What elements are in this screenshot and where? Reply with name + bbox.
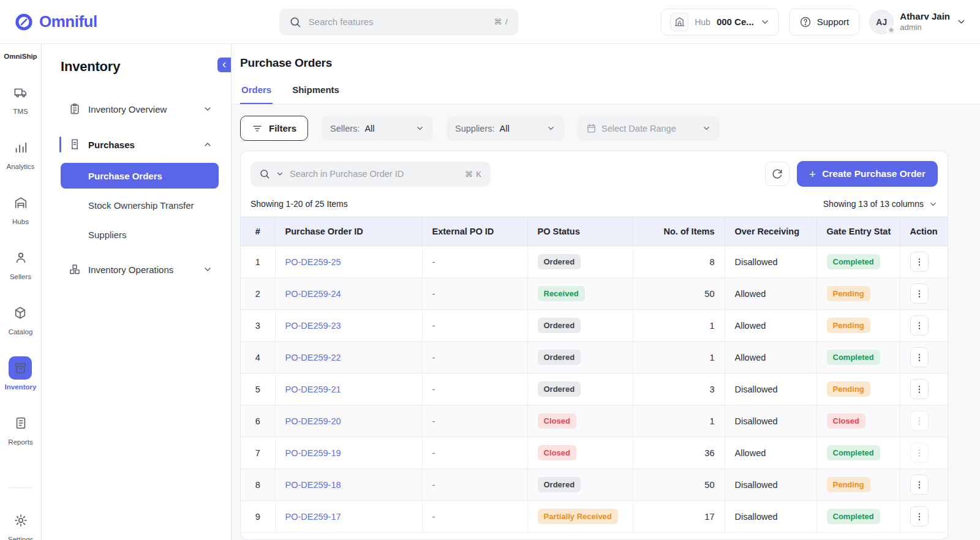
purchase-order-link[interactable]: PO-DE259-21 — [285, 384, 341, 394]
row-actions-kebab-icon[interactable] — [910, 315, 929, 336]
chevron-up-icon — [203, 140, 213, 149]
app-window: Omniful Search features ⌘ / Hub 000 Ce..… — [0, 0, 980, 540]
create-purchase-order-button[interactable]: + Create Purchase Order — [797, 161, 938, 187]
po-status-badge: Ordered — [538, 477, 581, 492]
col-header-index[interactable]: # — [241, 217, 275, 246]
user-menu[interactable]: AJ Atharv Jain admin — [869, 10, 967, 34]
no-of-items: 1 — [633, 342, 725, 373]
tab-shipments[interactable]: Shipments — [291, 84, 341, 104]
tab-orders[interactable]: Orders — [240, 84, 273, 104]
sidebar-item-inventory-operations[interactable]: Inventory Operations — [61, 256, 219, 283]
sellers-dropdown[interactable]: Sellers: All — [322, 116, 433, 141]
col-header-over-receiving[interactable]: Over Receiving — [725, 217, 816, 246]
brand-logo[interactable]: Omniful — [13, 12, 136, 32]
row-index: 8 — [241, 469, 275, 501]
external-po-id: - — [422, 278, 527, 310]
rail-item-settings[interactable]: Settings — [8, 509, 34, 540]
rail-item-analytics[interactable]: Analytics — [6, 136, 34, 170]
col-header-external-po-id[interactable]: External PO ID — [422, 217, 527, 246]
sidebar-item-purchase-orders[interactable]: Purchase Orders — [61, 163, 219, 189]
rail-item-catalog[interactable]: Catalog — [9, 301, 33, 336]
over-receiving: Disallowed — [725, 501, 816, 533]
refresh-button[interactable] — [765, 162, 790, 186]
support-button[interactable]: Support — [789, 9, 860, 36]
po-status-badge: Ordered — [538, 254, 581, 269]
hub-selector[interactable]: Hub 000 Ce... — [661, 9, 779, 36]
gate-entry-status-badge: Completed — [827, 445, 880, 460]
items-summary: Showing 1-20 of 25 Items — [251, 199, 348, 209]
sidebar-collapse-button[interactable] — [217, 58, 231, 72]
po-status-badge: Ordered — [538, 381, 581, 397]
cube-icon — [13, 306, 27, 320]
row-index: 7 — [241, 437, 275, 469]
purchase-order-link[interactable]: PO-DE259-25 — [285, 257, 341, 267]
row-actions-kebab-icon[interactable] — [910, 252, 929, 272]
row-actions-kebab-icon[interactable] — [910, 411, 929, 431]
document-icon — [14, 416, 28, 430]
purchase-order-link[interactable]: PO-DE259-22 — [285, 353, 341, 362]
search-scope-chevron-icon[interactable] — [276, 170, 284, 178]
chevron-down-icon — [203, 264, 213, 274]
tab-bar: Orders Shipments — [240, 84, 970, 104]
rail-label: Inventory — [5, 383, 37, 391]
rail-label: Reports — [8, 438, 32, 446]
rail-item-tms[interactable]: TMS — [9, 81, 32, 115]
refresh-icon — [772, 168, 783, 179]
suppliers-dropdown[interactable]: Suppliers: All — [447, 116, 564, 141]
filter-icon — [252, 123, 263, 134]
columns-summary-dropdown[interactable]: Showing 13 of 13 columns — [823, 199, 938, 209]
rail-item-hubs[interactable]: Hubs — [9, 191, 32, 225]
rail-label: Analytics — [6, 163, 34, 170]
chevron-down-icon — [956, 17, 967, 27]
rail-label: Catalog — [9, 328, 33, 336]
purchase-order-link[interactable]: PO-DE259-20 — [285, 416, 341, 426]
external-po-id: - — [422, 469, 527, 501]
filters-button-label: Filters — [269, 123, 296, 133]
row-actions-kebab-icon[interactable] — [910, 474, 929, 495]
sidebar-item-inventory-overview[interactable]: Inventory Overview — [61, 96, 219, 122]
row-actions-kebab-icon[interactable] — [910, 443, 929, 463]
plus-icon: + — [809, 168, 816, 180]
purchase-order-link[interactable]: PO-DE259-24 — [285, 289, 341, 299]
date-range-placeholder: Select Date Range — [601, 124, 676, 133]
chevron-down-icon — [760, 17, 770, 27]
row-actions-kebab-icon[interactable] — [910, 506, 929, 527]
search-icon — [259, 168, 270, 179]
table-row: 9 PO-DE259-17 - Partially Received 17 Di… — [241, 501, 948, 533]
global-search-input[interactable]: Search features ⌘ / — [279, 9, 518, 36]
row-actions-kebab-icon[interactable] — [910, 283, 929, 304]
rail-item-reports[interactable]: Reports — [8, 411, 32, 446]
col-header-no-of-items[interactable]: No. of Items — [633, 217, 725, 246]
rail-divider — [9, 487, 33, 488]
support-label: Support — [817, 17, 850, 27]
sidebar-item-suppliers[interactable]: Suppliers — [61, 222, 219, 247]
po-search-input[interactable]: Search in Purchase Order ID ⌘ K — [251, 162, 491, 187]
rail-item-inventory[interactable]: Inventory — [5, 356, 37, 391]
purchase-order-link[interactable]: PO-DE259-23 — [285, 321, 341, 331]
sidebar-item-stock-ownership-transfer[interactable]: Stock Ownership Transfer — [61, 192, 219, 218]
external-po-id: - — [422, 405, 527, 437]
external-po-id: - — [422, 310, 527, 342]
row-index: 5 — [241, 373, 275, 405]
table-row: 2 PO-DE259-24 - Received 50 Allowed Pend… — [241, 278, 948, 310]
filters-button[interactable]: Filters — [240, 116, 308, 141]
purchase-order-link[interactable]: PO-DE259-17 — [285, 512, 341, 522]
row-actions-kebab-icon[interactable] — [910, 379, 929, 399]
over-receiving: Allowed — [725, 310, 816, 342]
col-header-gate-entry-status[interactable]: Gate Entry Stat — [816, 217, 900, 246]
calendar-icon — [586, 123, 597, 133]
card-toolbar: Search in Purchase Order ID ⌘ K + Create… — [241, 151, 948, 197]
sidebar-item-purchases[interactable]: Purchases — [61, 131, 219, 158]
purchase-order-link[interactable]: PO-DE259-18 — [285, 480, 341, 490]
row-actions-kebab-icon[interactable] — [910, 347, 929, 367]
col-header-purchase-order-id[interactable]: Purchase Order ID — [275, 217, 422, 246]
po-status-badge: Closed — [538, 413, 576, 429]
purchase-order-link[interactable]: PO-DE259-19 — [285, 448, 341, 458]
gate-entry-status-badge: Completed — [827, 350, 880, 365]
rail-label: Sellers — [10, 273, 31, 280]
chevron-down-icon — [702, 124, 711, 133]
rail-item-sellers[interactable]: Sellers — [9, 246, 32, 280]
col-header-po-status[interactable]: PO Status — [527, 217, 633, 246]
gate-entry-status-badge: Closed — [827, 413, 865, 429]
date-range-dropdown[interactable]: Select Date Range — [578, 116, 720, 141]
